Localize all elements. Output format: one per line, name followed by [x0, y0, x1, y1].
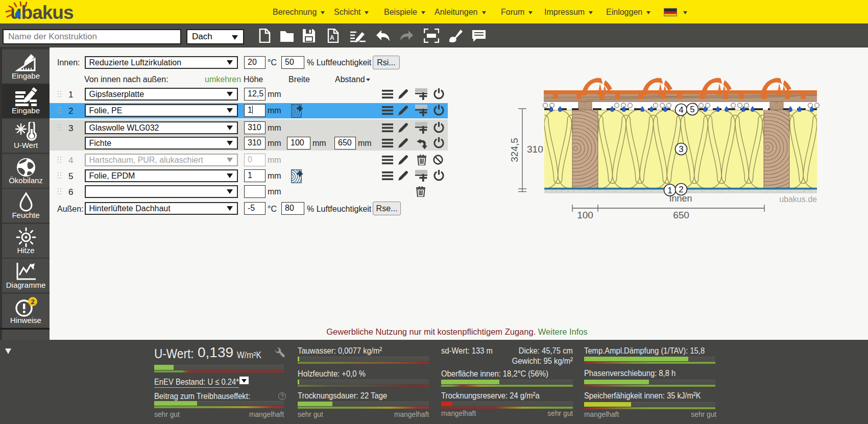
svg-text:4: 4 [679, 105, 683, 115]
svg-text:310: 310 [527, 144, 543, 155]
svg-text:Innen: Innen [669, 193, 692, 204]
svg-text:3: 3 [679, 144, 683, 154]
svg-text:2: 2 [31, 298, 34, 306]
svg-text:ubakus.de: ubakus.de [779, 195, 817, 204]
svg-text:100: 100 [577, 210, 593, 220]
svg-text:650: 650 [673, 210, 689, 220]
svg-text:5: 5 [690, 105, 694, 114]
svg-text:324,5: 324,5 [509, 138, 520, 162]
svg-text:A: A [330, 34, 334, 41]
